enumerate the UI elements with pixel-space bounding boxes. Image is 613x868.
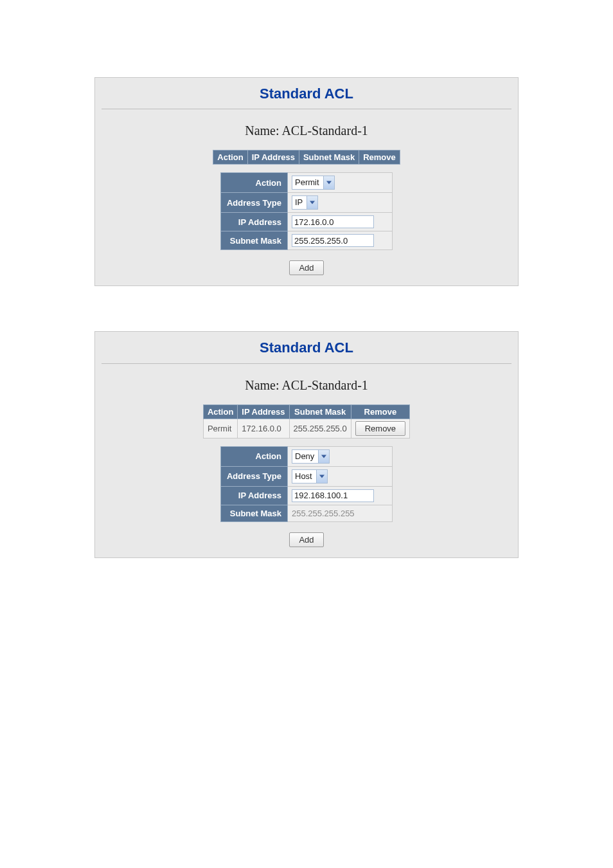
subnet-mask-label: Subnet Mask (220, 505, 287, 521)
rules-header: Subnet Mask (289, 404, 351, 419)
rules-table: ActionIP AddressSubnet MaskRemove (213, 150, 400, 165)
ip-address-label: IP Address (220, 486, 287, 505)
rules-table: ActionIP AddressSubnet MaskRemovePermit1… (203, 404, 410, 439)
table-row: Permit172.16.0.0255.255.255.0Remove (203, 419, 409, 438)
rules-header: Action (203, 404, 237, 419)
chevron-down-icon[interactable] (306, 196, 317, 209)
ip-address-input[interactable] (292, 215, 374, 228)
panel-title: Standard ACL (102, 86, 511, 109)
action-label: Action (220, 173, 287, 193)
chevron-down-icon[interactable] (318, 450, 329, 463)
form-table: ActionDenyAddress TypeHostIP AddressSubn… (220, 446, 393, 522)
cell-remove: Remove (351, 419, 409, 438)
rules-header: Subnet Mask (299, 150, 359, 165)
rules-header: IP Address (247, 150, 299, 165)
panel-title: Standard ACL (102, 339, 511, 363)
add-button[interactable]: Add (289, 260, 323, 275)
subnet-mask-label: Subnet Mask (220, 231, 287, 250)
rules-header: IP Address (238, 404, 289, 419)
form-table: ActionPermitAddress TypeIPIP AddressSubn… (220, 172, 393, 250)
subnet-mask-input[interactable] (292, 234, 374, 247)
address-type-label: Address Type (220, 466, 287, 486)
add-button[interactable]: Add (289, 532, 323, 547)
address-type-label: Address Type (220, 193, 287, 213)
action-select-value: Permit (292, 176, 323, 189)
cell-action: Permit (203, 419, 237, 438)
rules-header: Action (213, 150, 247, 165)
action-label: Action (220, 446, 287, 466)
cell-mask: 255.255.255.0 (289, 419, 351, 438)
subnet-mask-readonly: 255.255.255.255 (292, 509, 355, 518)
chevron-down-icon[interactable] (323, 176, 334, 189)
acl-panel: Standard ACLName: ACL-Standard-1ActionIP… (94, 331, 519, 557)
ip-address-input[interactable] (292, 489, 374, 502)
address-type-select[interactable]: Host (292, 469, 328, 484)
address-type-value: Host (292, 470, 316, 483)
action-select-value: Deny (292, 450, 318, 463)
ip-address-label: IP Address (220, 213, 287, 231)
acl-name-line: Name: ACL-Standard-1 (102, 364, 511, 404)
acl-name-line: Name: ACL-Standard-1 (102, 109, 511, 150)
address-type-select[interactable]: IP (292, 195, 318, 210)
rules-header: Remove (359, 150, 400, 165)
remove-button[interactable]: Remove (355, 421, 405, 436)
cell-ip: 172.16.0.0 (238, 419, 289, 438)
chevron-down-icon[interactable] (316, 470, 327, 483)
address-type-value: IP (292, 196, 306, 209)
action-select[interactable]: Permit (292, 176, 335, 190)
rules-header: Remove (351, 404, 409, 419)
action-select[interactable]: Deny (292, 449, 330, 464)
acl-panel: Standard ACLName: ACL-Standard-1ActionIP… (94, 77, 519, 286)
